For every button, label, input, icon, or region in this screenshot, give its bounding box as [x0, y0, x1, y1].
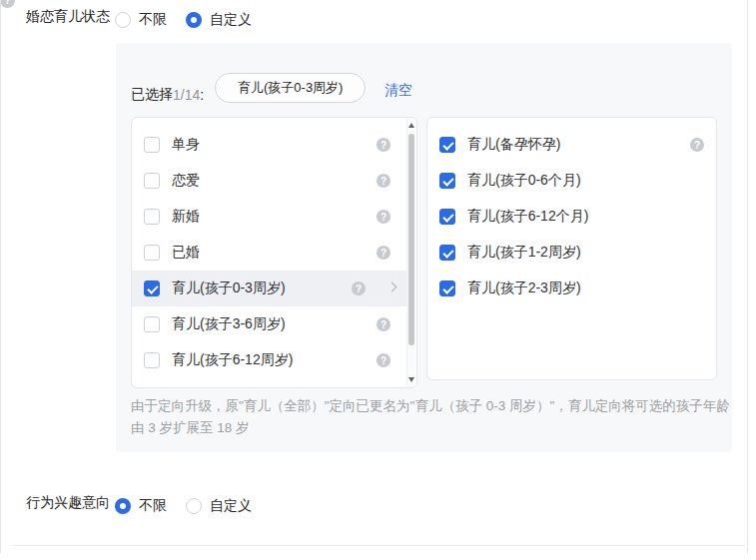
checkbox-icon[interactable] — [144, 352, 160, 368]
list-item[interactable]: 育儿(孩子0-3周岁) ? — [132, 271, 407, 306]
behavior-section-label: 行为兴趣意向 — [26, 492, 110, 512]
checkbox-icon[interactable] — [144, 280, 160, 296]
left-list-scrollbar[interactable] — [406, 119, 415, 386]
checkbox-icon[interactable] — [439, 280, 455, 296]
selected-prefix: 已选择 — [131, 86, 173, 104]
list-item[interactable]: 育儿(孩子1-2周岁) — [427, 235, 716, 271]
clear-all-link[interactable]: 清空 — [384, 80, 412, 100]
list-item[interactable]: 育儿(备孕怀孕) ? — [427, 127, 716, 163]
checkbox-icon[interactable] — [144, 137, 160, 153]
radio-icon — [186, 498, 202, 514]
list-item-label: 育儿(孩子3-6周岁) — [172, 315, 286, 333]
list-item[interactable]: 育儿(孩子3-6周岁) ? — [132, 306, 407, 342]
list-item[interactable]: 恋爱 ? — [132, 163, 407, 199]
selected-tag[interactable]: 育儿(孩子0-3周岁) — [215, 73, 366, 103]
help-icon[interactable]: ? — [377, 210, 390, 224]
parenting-sub-options-rows: 育儿(备孕怀孕) ? 育儿(孩子0-6个月) 育儿(孩子6-12个月) 育儿(孩… — [427, 127, 716, 306]
list-item-label: 育儿(孩子6-12周岁) — [172, 351, 293, 369]
parenting-sub-options-list: 育儿(备孕怀孕) ? 育儿(孩子0-6个月) 育儿(孩子6-12个月) 育儿(孩… — [426, 117, 717, 380]
list-item-label: 育儿(孩子0-6个月) — [467, 172, 581, 190]
scrollbar-thumb[interactable] — [408, 134, 414, 345]
list-item[interactable]: 已婚 ? — [132, 235, 407, 271]
help-icon[interactable]: ? — [377, 246, 390, 260]
list-item-label: 单身 — [172, 136, 200, 154]
radio-icon — [115, 12, 131, 28]
checkbox-icon[interactable] — [439, 245, 455, 261]
checkbox-icon[interactable] — [439, 137, 455, 153]
behavior-radio-custom[interactable]: 自定义 — [186, 496, 252, 516]
radio-label: 自定义 — [210, 497, 252, 515]
list-item[interactable]: 单身 ? — [132, 127, 407, 163]
chevron-right-icon[interactable] — [387, 282, 397, 292]
upgrade-note: 由于定向升级，原"育儿（全部）"定向已更名为"育儿（孩子 0-3 周岁）"，育儿… — [131, 395, 731, 439]
marital-options-rows: 单身 ? 恋爱 ? 新婚 ? 已婚 ? — [132, 127, 416, 378]
help-icon[interactable]: ? — [377, 138, 390, 152]
list-item-label: 恋爱 — [172, 172, 200, 190]
checkbox-icon[interactable] — [144, 245, 160, 261]
radio-icon — [186, 12, 202, 28]
page-left-border — [0, 0, 1, 553]
behavior-radio-unlimited[interactable]: 不限 — [115, 496, 167, 516]
marital-radio-unlimited[interactable]: 不限 — [115, 10, 167, 30]
help-icon[interactable]: ? — [377, 174, 390, 188]
checkbox-icon[interactable] — [144, 209, 160, 225]
radio-label: 自定义 — [210, 11, 252, 29]
list-item-label: 新婚 — [172, 208, 200, 226]
marital-options-list: 单身 ? 恋爱 ? 新婚 ? 已婚 ? — [131, 117, 417, 388]
scroll-up-icon[interactable] — [408, 123, 414, 128]
list-item[interactable]: 育儿(孩子2-3周岁) — [427, 271, 716, 306]
scroll-down-icon[interactable] — [408, 377, 414, 382]
list-item[interactable]: 育儿(孩子6-12个月) — [427, 199, 716, 235]
targeting-settings-page: 婚恋育儿状态 不限 自定义 已选择 1/14 : 育儿(孩子0-3周岁) 清空 … — [0, 0, 756, 553]
radio-icon — [115, 498, 131, 514]
list-item-label: 育儿(孩子1-2周岁) — [467, 244, 581, 262]
selected-colon: : — [200, 87, 204, 103]
list-item[interactable]: 育儿(孩子0-6个月) — [427, 163, 716, 199]
behavior-help-icon[interactable]: ? — [0, 0, 15, 8]
list-item-label: 已婚 — [172, 244, 200, 262]
help-icon[interactable]: ? — [377, 353, 390, 367]
page-right-border — [747, 0, 748, 553]
help-icon[interactable]: ? — [377, 317, 390, 331]
list-item-label: 育儿(孩子0-3周岁) — [172, 280, 286, 297]
radio-label: 不限 — [139, 11, 167, 29]
radio-label: 不限 — [139, 497, 167, 515]
marital-radio-custom[interactable]: 自定义 — [186, 10, 252, 30]
help-icon[interactable]: ? — [352, 281, 366, 295]
bottom-divider — [13, 545, 745, 546]
list-item-label: 育儿(孩子2-3周岁) — [467, 280, 581, 297]
help-icon[interactable]: ? — [690, 138, 704, 152]
list-item[interactable]: 育儿(孩子6-12周岁) ? — [132, 342, 407, 378]
list-item[interactable]: 新婚 ? — [132, 199, 407, 235]
checkbox-icon[interactable] — [144, 316, 160, 332]
checkbox-icon[interactable] — [439, 173, 455, 189]
marital-section-label: 婚恋育儿状态 — [26, 6, 110, 26]
checkbox-icon[interactable] — [144, 173, 160, 189]
list-item-label: 育儿(备孕怀孕) — [467, 136, 560, 154]
selected-count-bar: 已选择 1/14 : — [131, 80, 204, 110]
selected-count: 1/14 — [173, 87, 200, 103]
list-item-label: 育儿(孩子6-12个月) — [467, 208, 588, 226]
checkbox-icon[interactable] — [439, 209, 455, 225]
